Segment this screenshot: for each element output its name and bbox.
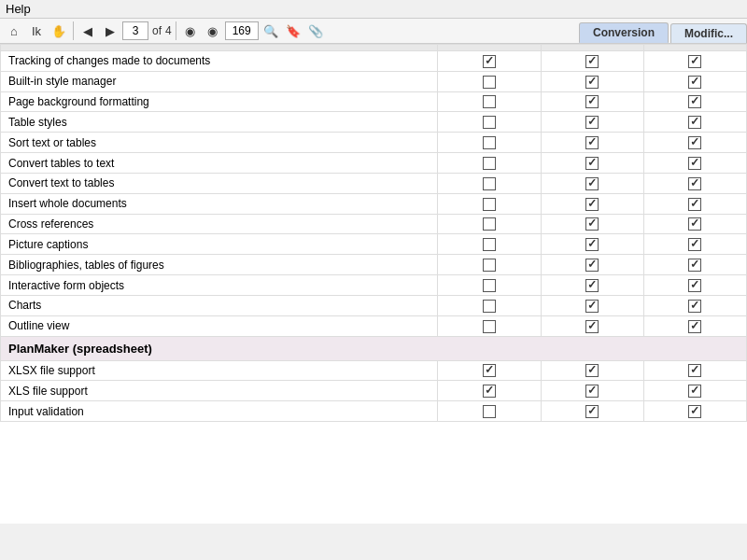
feature-name-cell: Outline view (1, 315, 438, 336)
checked-checkbox (688, 405, 701, 418)
check-cell (438, 112, 541, 133)
checked-checkbox (483, 55, 496, 68)
zoom-input[interactable] (225, 21, 259, 40)
checked-checkbox (688, 364, 701, 377)
tab-modification[interactable]: Modific... (670, 23, 747, 43)
toolbar-separator-2 (176, 21, 176, 40)
checked-checkbox (688, 320, 701, 333)
section-header-cell: PlanMaker (spreadsheet) (1, 336, 747, 360)
table-row: Convert tables to text (1, 153, 747, 174)
check-cell (643, 275, 746, 296)
menu-help[interactable]: Help (6, 2, 31, 16)
check-cell (541, 360, 643, 381)
check-cell (541, 91, 643, 112)
check-cell (541, 51, 643, 72)
page-number-input[interactable] (122, 21, 148, 40)
toolbar-bookmark-btn[interactable]: 🔖 (283, 21, 303, 41)
toolbar-prev-page[interactable]: ◀ (78, 21, 98, 41)
feature-name-cell: XLS file support (1, 381, 438, 401)
unchecked-checkbox (483, 279, 496, 292)
check-cell (438, 91, 541, 112)
tab-conversion[interactable]: Conversion (579, 22, 669, 43)
table-row: Insert whole documents (1, 193, 747, 214)
toolbar-tab-row: ⌂ Ik ✋ ◀ ▶ of 4 ◉ ◉ 🔍 🔖 📎 Conversion Mod… (0, 19, 747, 44)
check-cell (541, 295, 643, 315)
table-row: Cross references (1, 214, 747, 234)
toolbar-attach-btn[interactable]: 📎 (305, 21, 326, 41)
check-cell (541, 133, 643, 153)
checked-checkbox (688, 217, 701, 231)
check-cell (438, 71, 541, 91)
checked-checkbox (585, 300, 599, 313)
toolbar-next-page[interactable]: ▶ (100, 21, 120, 41)
check-cell (438, 51, 541, 72)
toolbar-icon-home[interactable]: ⌂ (4, 21, 24, 41)
check-cell (643, 381, 746, 401)
feature-name-cell: Convert tables to text (1, 153, 438, 174)
table-row: Sort text or tables (1, 133, 747, 153)
check-cell (643, 193, 746, 214)
check-cell (438, 234, 541, 255)
unchecked-checkbox (483, 76, 496, 89)
checked-checkbox (688, 136, 701, 149)
checked-checkbox (688, 385, 701, 398)
check-cell (438, 173, 541, 193)
checked-checkbox (585, 136, 599, 149)
toolbar-icon-hand[interactable]: ✋ (49, 21, 69, 41)
unchecked-checkbox (483, 157, 496, 170)
table-row: PlanMaker (spreadsheet) (1, 336, 747, 360)
checked-checkbox (585, 95, 599, 108)
checked-checkbox (585, 405, 599, 418)
toolbar-separator-1 (73, 21, 74, 40)
check-cell (541, 173, 643, 193)
checked-checkbox (585, 177, 599, 190)
tab-buttons-right: Conversion Modific... (577, 19, 747, 43)
toolbar-prev-result[interactable]: ◉ (180, 21, 201, 41)
check-cell (438, 360, 541, 381)
checked-checkbox (688, 157, 701, 170)
checked-checkbox (585, 320, 599, 333)
checked-checkbox (688, 177, 701, 190)
check-cell (643, 214, 746, 234)
unchecked-checkbox (483, 116, 496, 129)
check-cell (438, 295, 541, 315)
checked-checkbox (585, 116, 599, 129)
table-row: XLS file support (1, 381, 747, 401)
check-cell (643, 173, 746, 193)
check-cell (643, 295, 746, 315)
checked-checkbox (585, 217, 599, 231)
check-cell (438, 275, 541, 296)
unchecked-checkbox (483, 198, 496, 211)
feature-name-cell: Tracking of changes made to documents (1, 51, 438, 72)
check-cell (438, 214, 541, 234)
unchecked-checkbox (483, 217, 496, 231)
toolbar-next-result[interactable]: ◉ (203, 21, 223, 41)
check-cell (541, 71, 643, 91)
check-cell (541, 275, 643, 296)
checked-checkbox (688, 76, 701, 89)
check-cell (643, 51, 746, 72)
check-cell (438, 153, 541, 174)
check-cell (541, 234, 643, 255)
check-cell (643, 153, 746, 174)
checked-checkbox (688, 238, 701, 251)
checked-checkbox (585, 238, 599, 251)
check-cell (541, 193, 643, 214)
check-cell (643, 234, 746, 255)
unchecked-checkbox (483, 95, 496, 108)
checked-checkbox (585, 157, 599, 170)
check-cell (438, 381, 541, 401)
check-cell (643, 315, 746, 336)
check-cell (438, 255, 541, 275)
toolbar-zoom-btn[interactable]: 🔍 (261, 21, 281, 41)
feature-name-cell: Charts (1, 295, 438, 315)
unchecked-checkbox (483, 259, 496, 272)
check-cell (541, 112, 643, 133)
table-row: XLSX file support (1, 360, 747, 381)
toolbar-icon-cursor[interactable]: Ik (26, 21, 47, 41)
check-cell (438, 401, 541, 422)
unchecked-checkbox (483, 238, 496, 251)
checked-checkbox (688, 198, 701, 211)
checked-checkbox (585, 55, 599, 68)
table-row: Table styles (1, 112, 747, 133)
